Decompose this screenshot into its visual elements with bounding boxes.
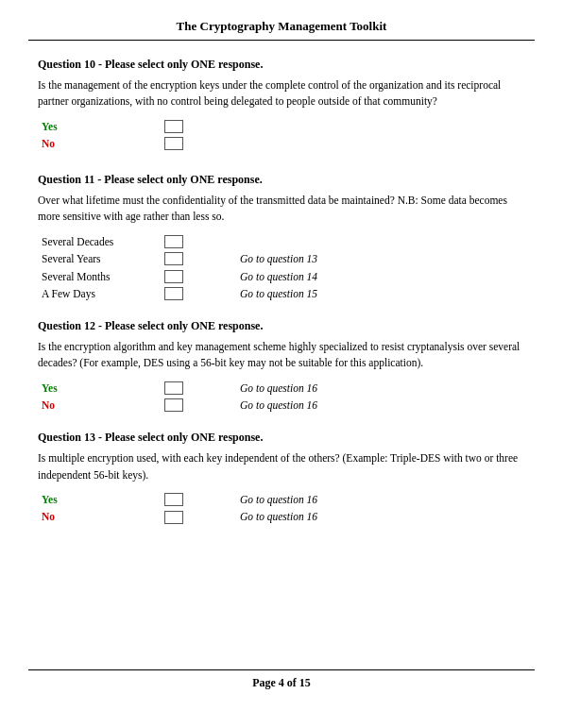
question-13-options: Yes Go to question 16 No Go to question … bbox=[38, 491, 525, 526]
q10-yes-checkbox[interactable] bbox=[164, 120, 183, 133]
table-row: Several Months Go to question 14 bbox=[38, 267, 525, 284]
page-header: The Cryptography Management Toolkit bbox=[0, 0, 563, 40]
page-title: The Cryptography Management Toolkit bbox=[177, 19, 387, 33]
table-row: Several Years Go to question 13 bbox=[38, 250, 525, 267]
question-11-block: Question 11 - Please select only ONE res… bbox=[38, 165, 525, 302]
question-13-title: Question 13 - Please select only ONE res… bbox=[38, 431, 525, 445]
question-10-title: Question 10 - Please select only ONE res… bbox=[38, 58, 525, 72]
q13-yes-goto: Go to question 16 bbox=[236, 491, 525, 508]
table-row: No Go to question 16 bbox=[38, 397, 525, 414]
q11-opt1-label: Several Years bbox=[38, 250, 161, 267]
q12-no-checkbox-cell bbox=[161, 397, 236, 414]
q13-yes-label: Yes bbox=[38, 491, 161, 508]
table-row: Several Decades bbox=[38, 233, 525, 250]
question-10-body: Is the management of the encryption keys… bbox=[38, 77, 525, 110]
q11-opt1-checkbox[interactable] bbox=[164, 252, 183, 265]
q11-opt3-label: A Few Days bbox=[38, 285, 161, 302]
q11-opt3-checkbox[interactable] bbox=[164, 287, 183, 300]
q13-yes-checkbox[interactable] bbox=[164, 493, 183, 506]
q11-opt0-label: Several Decades bbox=[38, 233, 161, 250]
q12-yes-goto: Go to question 16 bbox=[236, 380, 525, 397]
q11-opt0-checkbox[interactable] bbox=[164, 235, 183, 248]
question-11-body: Over what lifetime must the confidential… bbox=[38, 193, 525, 226]
footer-area: Page 4 of 15 bbox=[0, 669, 563, 700]
q11-opt3-goto: Go to question 15 bbox=[236, 285, 525, 302]
question-12-body: Is the encryption algorithm and key mana… bbox=[38, 339, 525, 372]
table-row: Yes Go to question 16 bbox=[38, 380, 525, 397]
question-11-options: Several Decades Several Years Go to ques… bbox=[38, 233, 525, 302]
q12-no-checkbox[interactable] bbox=[164, 398, 183, 412]
q11-opt3-checkbox-cell bbox=[161, 285, 236, 302]
q11-opt2-checkbox[interactable] bbox=[164, 270, 183, 283]
q13-no-label: No bbox=[38, 508, 161, 525]
q12-yes-label: Yes bbox=[38, 380, 161, 397]
q12-yes-checkbox-cell bbox=[161, 380, 236, 397]
q11-opt2-goto: Go to question 14 bbox=[236, 267, 525, 284]
q10-no-checkbox[interactable] bbox=[164, 137, 183, 150]
page: The Cryptography Management Toolkit Ques… bbox=[0, 0, 563, 728]
table-row: A Few Days Go to question 15 bbox=[38, 285, 525, 302]
page-number: Page 4 of 15 bbox=[252, 676, 311, 689]
question-12-options: Yes Go to question 16 No Go to question … bbox=[38, 380, 525, 415]
q11-opt1-goto: Go to question 13 bbox=[236, 250, 525, 267]
q13-yes-checkbox-cell bbox=[161, 491, 236, 508]
q13-no-goto: Go to question 16 bbox=[236, 508, 525, 525]
q11-opt0-goto bbox=[236, 233, 525, 250]
q11-opt2-label: Several Months bbox=[38, 267, 161, 284]
q13-no-checkbox[interactable] bbox=[164, 511, 183, 524]
question-12-block: Question 12 - Please select only ONE res… bbox=[38, 315, 525, 414]
table-row: No bbox=[38, 135, 525, 152]
table-row: Yes Go to question 16 bbox=[38, 491, 525, 508]
q10-yes-label: Yes bbox=[38, 118, 161, 135]
q12-no-label: No bbox=[38, 397, 161, 414]
q10-no-goto bbox=[236, 135, 525, 152]
q10-yes-goto bbox=[236, 118, 525, 135]
q10-yes-checkbox-cell bbox=[161, 118, 236, 135]
q12-yes-checkbox[interactable] bbox=[164, 381, 183, 395]
question-10-options: Yes No bbox=[38, 118, 525, 153]
page-footer: Page 4 of 15 bbox=[0, 670, 563, 700]
q11-opt0-checkbox-cell bbox=[161, 233, 236, 250]
question-10-block: Question 10 - Please select only ONE res… bbox=[38, 50, 525, 152]
question-13-block: Question 13 - Please select only ONE res… bbox=[38, 427, 525, 525]
table-row: Yes bbox=[38, 118, 525, 135]
q13-no-checkbox-cell bbox=[161, 508, 236, 525]
q12-no-goto: Go to question 16 bbox=[236, 397, 525, 414]
question-11-title: Question 11 - Please select only ONE res… bbox=[38, 173, 525, 187]
q11-opt2-checkbox-cell bbox=[161, 267, 236, 284]
table-row: No Go to question 16 bbox=[38, 508, 525, 525]
content-area: Question 10 - Please select only ONE res… bbox=[0, 41, 563, 549]
q10-no-label: No bbox=[38, 135, 161, 152]
q10-no-checkbox-cell bbox=[161, 135, 236, 152]
question-12-title: Question 12 - Please select only ONE res… bbox=[38, 319, 525, 333]
q11-opt1-checkbox-cell bbox=[161, 250, 236, 267]
question-13-body: Is multiple encryption used, with each k… bbox=[38, 450, 525, 483]
